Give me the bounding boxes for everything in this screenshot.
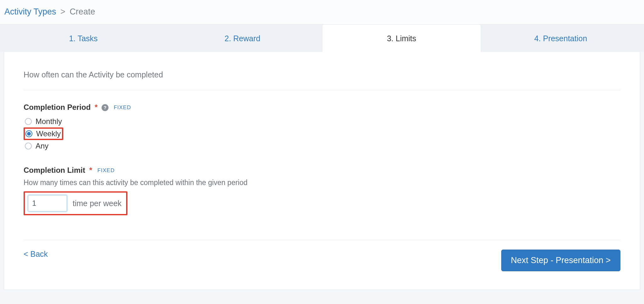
help-icon[interactable]: ? [102, 104, 108, 111]
tab-reward[interactable]: 2. Reward [163, 25, 322, 52]
footer-divider [24, 240, 620, 240]
radio-label: Any [36, 142, 48, 150]
breadcrumb-root-link[interactable]: Activity Types [4, 7, 56, 16]
completion-limit-block: time per week [24, 191, 620, 215]
required-marker: * [95, 103, 97, 111]
tab-presentation[interactable]: 4. Presentation [481, 25, 640, 52]
radio-icon [25, 130, 32, 137]
completion-limit-input[interactable] [28, 195, 67, 211]
radio-label: Weekly [36, 129, 61, 138]
wizard-tabs: 1. Tasks 2. Reward 3. Limits 4. Presenta… [0, 25, 644, 52]
section-divider [24, 90, 620, 90]
tab-limits[interactable]: 3. Limits [322, 25, 481, 52]
completion-limit-label: Completion Limit * FIXED [24, 166, 620, 175]
breadcrumb-bar: Activity Types > Create [0, 0, 644, 25]
radio-option-monthly[interactable]: Monthly [24, 115, 63, 127]
fixed-badge: FIXED [114, 104, 131, 110]
radio-label: Monthly [36, 117, 62, 126]
completion-period-label: Completion Period * ? FIXED [24, 103, 620, 112]
next-step-button[interactable]: Next Step - Presentation > [501, 250, 620, 271]
radio-option-any[interactable]: Any [24, 140, 50, 152]
completion-limit-suffix: time per week [73, 199, 122, 208]
radio-option-weekly[interactable]: Weekly [24, 127, 63, 140]
wizard-panel: How often can the Activity be completed … [4, 52, 640, 290]
section-title: How often can the Activity be completed [24, 70, 620, 79]
completion-limit-help: How many times can this activity be comp… [24, 178, 620, 187]
fixed-badge: FIXED [97, 167, 115, 173]
completion-period-label-text: Completion Period [24, 103, 91, 111]
wizard-footer: < Back Next Step - Presentation > [24, 250, 620, 271]
breadcrumb-separator: > [60, 7, 65, 16]
breadcrumb: Activity Types > Create [4, 7, 640, 17]
completion-limit-highlight: time per week [24, 191, 127, 215]
tab-tasks[interactable]: 1. Tasks [4, 25, 163, 52]
completion-period-radio-group: Monthly Weekly Any [24, 115, 620, 152]
radio-icon [25, 118, 32, 125]
back-link[interactable]: < Back [24, 250, 48, 259]
breadcrumb-current: Create [69, 7, 95, 16]
completion-limit-label-text: Completion Limit [24, 166, 85, 174]
required-marker: * [89, 166, 92, 174]
radio-icon [25, 143, 32, 149]
